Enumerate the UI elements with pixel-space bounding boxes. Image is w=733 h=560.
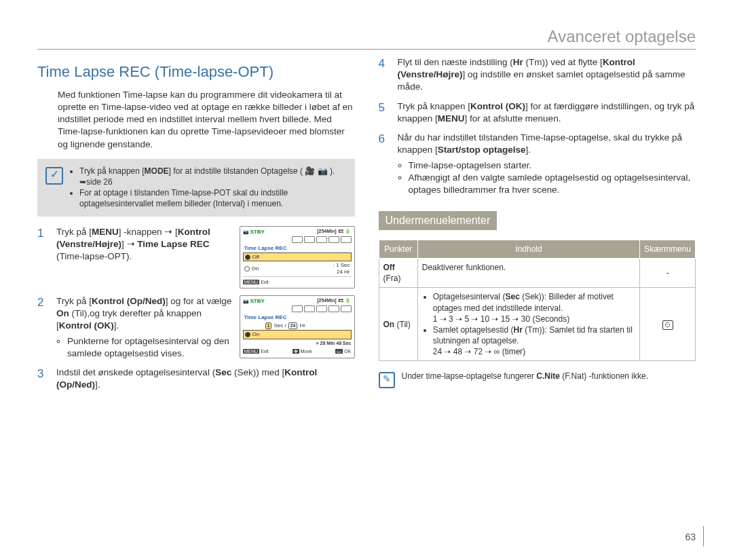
- step-4: 4 Flyt til den næste indstilling (Hr (Tm…: [379, 56, 696, 94]
- lcd2-on-row: On: [243, 330, 352, 339]
- step-number: 6: [379, 132, 391, 196]
- step-number: 1: [37, 226, 50, 288]
- step-3-text: Indstil det ønskede optagelsesinterval (…: [56, 367, 355, 391]
- steps-left: 1 Tryk på [MENU] -knappen ➝ [Kontrol (Ve…: [37, 226, 355, 392]
- table-on-bullet-1: Optagelsesinterval (Sec (Sek)): Billeder…: [433, 291, 636, 324]
- step-number: 2: [37, 295, 50, 360]
- page-section-title: Avanceret optagelse: [37, 27, 696, 46]
- step-number: 4: [379, 56, 391, 94]
- lcd2-title: Time Lapse REC: [243, 314, 352, 322]
- step-1: 1 Tryk på [MENU] -knappen ➝ [Kontrol (Ve…: [37, 226, 355, 288]
- step-4-text: Flyt til den næste indstilling (Hr (Tm))…: [398, 56, 696, 94]
- steps-right: 4 Flyt til den næste indstilling (Hr (Tm…: [379, 56, 696, 196]
- th-points: Punkter: [379, 240, 417, 258]
- note-content: Tryk på knappen [MODE] for at indstille …: [70, 166, 347, 210]
- step-3: 3 Indstil det ønskede optagelsesinterval…: [37, 367, 355, 391]
- step-6: 6 Når du har indstillet tilstanden Time-…: [379, 132, 696, 196]
- lcd1-off-row: Off: [243, 253, 352, 262]
- step-2-text: Tryk på [Kontrol (Op/Ned)] og for at væl…: [56, 295, 233, 360]
- submenu-heading: Undermenuelementer: [379, 211, 497, 230]
- submenu-table: Punkter Indhold Skærmmenu Off (Fra) Deak…: [379, 240, 696, 362]
- step-5: 5 Tryk på knappen [Kontrol (OK)] for at …: [379, 100, 696, 125]
- timelapse-icon: ⏲: [662, 320, 673, 330]
- lcd-screenshot-2: 📷 STBY [254Min] 📼 🔋 Time Lapse REC 1 Sec…: [240, 295, 355, 358]
- step-2: 2 Tryk på [Kontrol (Op/Ned)] og for at v…: [37, 295, 355, 360]
- th-screenmenu: Skærmmenu: [640, 240, 696, 258]
- note-bullet-2: For at optage i tilstanden Time-lapse-PO…: [79, 187, 347, 209]
- step-5-text: Tryk på knappen [Kontrol (OK)] for at fæ…: [398, 100, 696, 125]
- page-columns: Time Lapse REC (Time-lapse-OPT) Med funk…: [37, 56, 696, 398]
- feature-title: Time Lapse REC (Time-lapse-OPT): [37, 62, 355, 82]
- step-2-bullet: Punkterne for optagelsesinterval og den …: [67, 335, 233, 360]
- table-row-off: Off (Fra) Deaktiverer funktionen. -: [379, 258, 696, 287]
- note-bullet-1: Tryk på knappen [MODE] for at indstille …: [79, 166, 347, 187]
- lcd1-title: Time Lapse REC: [243, 244, 352, 253]
- step-6-bullet-1: Time-lapse-optagelsen starter.: [409, 160, 696, 172]
- table-on-bullet-2: Samlet optagelsestid (Hr (Tm)): Samlet t…: [433, 324, 636, 358]
- intro-paragraph: Med funktionen Time-lapse kan du program…: [37, 89, 355, 151]
- header-divider: [37, 49, 696, 50]
- check-icon: ✓: [45, 167, 63, 185]
- step-number: 3: [37, 367, 50, 391]
- lcd-screenshot-1: 📷 STBY [254Min] 📼 🔋 Time Lapse REC Off O…: [240, 226, 355, 288]
- footnote-text: Under time-lapse-optagelse fungerer C.Ni…: [402, 371, 649, 381]
- footnote: ✎ Under time-lapse-optagelse fungerer C.…: [379, 371, 696, 388]
- pencil-icon: ✎: [379, 372, 395, 388]
- note-box: ✓ Tryk på knappen [MODE] for at indstill…: [37, 159, 355, 217]
- th-content: Indhold: [417, 240, 640, 258]
- page-number: 63: [685, 531, 696, 542]
- table-row-on: On (Til) Optagelsesinterval (Sec (Sek)):…: [379, 288, 696, 361]
- right-column: 4 Flyt til den næste indstilling (Hr (Tm…: [379, 56, 696, 398]
- step-number: 5: [379, 100, 391, 125]
- lcd1-on-row: On : 1 Sec 24 Hr: [243, 261, 352, 276]
- step-6-text: Når du har indstillet tilstanden Time-la…: [398, 132, 696, 196]
- step-1-text: Tryk på [MENU] -knappen ➝ [Kontrol (Vens…: [56, 226, 233, 263]
- left-column: Time Lapse REC (Time-lapse-OPT) Med funk…: [37, 56, 355, 398]
- step-6-bullet-2: Afhængigt af den valgte samlede optagels…: [409, 172, 696, 196]
